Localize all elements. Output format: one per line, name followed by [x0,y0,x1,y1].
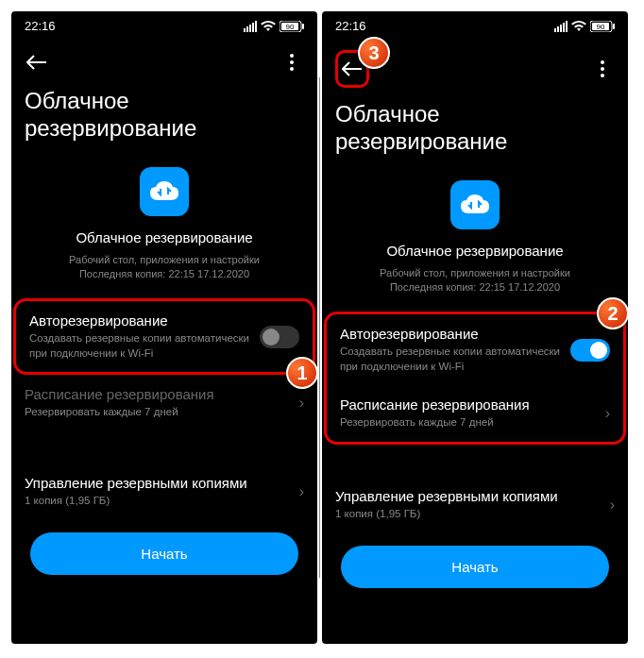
back-button[interactable] [25,50,49,75]
schedule-title: Расписание резервирования [25,386,290,402]
manage-sub: 1 копия (1,95 ГБ) [335,507,601,522]
svg-rect-1 [246,26,248,32]
svg-rect-2 [249,25,251,32]
auto-backup-title: Авторезервирование [29,312,250,329]
battery-icon: 90 [590,21,615,32]
schedule-title: Расписание резервирования [340,396,596,413]
svg-rect-19 [613,24,615,29]
status-icons: 90 [244,21,304,32]
badge-2: 2 [597,297,628,329]
svg-point-9 [290,54,294,58]
manage-title: Управление резервными копиями [25,475,290,491]
svg-point-10 [290,60,294,64]
chevron-right-icon: › [610,497,615,514]
schedule-sub: Резервировать каждые 7 дней [340,415,596,430]
status-bar: 22:16 90 [11,11,317,41]
cloud-backup-icon [140,167,189,216]
arrow-left-icon [26,55,47,70]
status-time: 22:16 [25,19,56,33]
more-button[interactable] [280,50,304,75]
svg-point-23 [601,74,604,77]
schedule-sub: Резервировать каждые 7 дней [25,405,290,420]
wifi-icon [571,21,586,32]
svg-point-22 [601,67,604,71]
highlight-auto-backup: Авторезервирование Создавать резервные к… [13,298,315,375]
wifi-icon [261,21,276,32]
center-sub2: Последняя копия: 22:15 17.12.2020 [25,267,304,281]
auto-backup-toggle[interactable] [570,339,610,362]
manage-row[interactable]: Управление резервными копиями 1 копия (1… [11,464,317,520]
center-title: Облачное резервирование [25,229,304,245]
highlight-auto-and-schedule: 2 Авторезервирование Создавать резервные… [324,312,626,445]
start-button[interactable]: Начать [341,546,609,588]
svg-rect-0 [244,28,246,32]
svg-rect-3 [252,23,254,32]
page-title: Облачное резервирование [11,84,317,156]
chevron-right-icon: › [299,395,304,412]
start-button[interactable]: Начать [30,532,298,575]
center-sub1: Рабочий стол, приложения и настройки [335,266,615,280]
svg-point-21 [601,60,604,64]
chevron-right-icon: › [299,483,304,500]
schedule-row: Расписание резервирования Резервировать … [11,375,317,431]
page-title: Облачное резервирование [322,97,628,169]
center-title: Облачное резервирование [335,243,615,259]
battery-icon: 90 [280,21,304,32]
signal-icon [244,21,257,32]
status-icons: 90 [554,21,615,32]
svg-rect-7 [302,24,304,29]
auto-backup-sub: Создавать резервные копии автоматически … [29,331,250,361]
phone-screen-right: 22:16 90 3 Облачное резервирование [322,11,628,644]
svg-text:90: 90 [597,23,605,31]
auto-backup-sub: Создавать резервные копии автоматически … [340,345,561,374]
svg-rect-4 [255,21,257,32]
svg-rect-16 [566,21,568,32]
auto-backup-row[interactable]: Авторезервирование Создавать резервные к… [16,301,313,372]
status-bar: 22:16 90 [322,11,628,41]
badge-3: 3 [358,37,390,69]
signal-icon [554,21,568,32]
chevron-right-icon: › [605,405,610,422]
more-vertical-icon [290,54,294,71]
arrow-left-icon [342,61,363,76]
auto-backup-toggle[interactable] [260,326,299,348]
svg-rect-14 [560,25,562,32]
schedule-row[interactable]: Расписание резервирования Резервировать … [327,385,623,442]
more-button[interactable] [590,57,615,81]
center-sub1: Рабочий стол, приложения и настройки [25,253,304,267]
badge-1: 1 [286,357,317,389]
svg-text:90: 90 [286,23,295,31]
manage-row[interactable]: Управление резервными копиями 1 копия (1… [322,477,628,533]
manage-title: Управление резервными копиями [335,488,601,504]
svg-rect-15 [563,23,565,32]
center-sub2: Последняя копия: 22:15 17.12.2020 [335,280,615,295]
auto-backup-row[interactable]: Авторезервирование Создавать резервные к… [327,314,623,385]
svg-rect-13 [557,26,559,32]
divider [319,77,320,578]
auto-backup-title: Авторезервирование [340,326,561,342]
svg-point-11 [290,67,294,71]
manage-sub: 1 копия (1,95 ГБ) [25,494,290,509]
status-time: 22:16 [335,19,366,33]
more-vertical-icon [601,60,604,77]
svg-rect-12 [554,28,556,32]
phone-screen-left: 22:16 90 Облачное резервирование Облачно… [11,11,317,644]
cloud-backup-icon [450,180,500,229]
